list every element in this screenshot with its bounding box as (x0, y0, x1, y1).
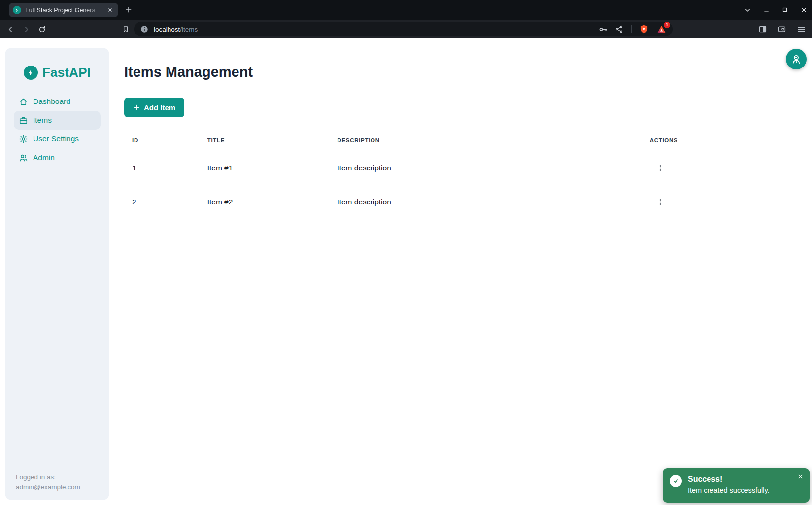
column-header-actions: ACTIONS (642, 130, 808, 151)
url-path: /items (180, 26, 198, 33)
column-header-title: TITLE (200, 130, 330, 151)
logged-in-email: admin@example.com (16, 482, 102, 492)
page-content: FastAPI Dashboard Items User Settings (0, 38, 812, 505)
sidebar-item-admin[interactable]: Admin (14, 148, 101, 167)
new-tab-button[interactable] (123, 4, 134, 15)
window-close-button[interactable] (798, 4, 809, 15)
toast-close-icon[interactable] (796, 472, 805, 481)
reload-button[interactable] (36, 23, 48, 35)
table-row: 1 Item #1 Item description (124, 151, 808, 185)
cell-description: Item description (329, 185, 642, 219)
sidebar-item-dashboard[interactable]: Dashboard (14, 92, 101, 111)
address-bar[interactable]: localhost/items 1 (134, 22, 673, 36)
sidebar-item-label: Dashboard (33, 97, 70, 106)
sidebar-item-label: Items (33, 116, 52, 125)
briefcase-icon (19, 116, 28, 125)
main-panel: Items Management Add Item ID TITLE DESCR… (124, 64, 808, 219)
fastapi-bolt-icon (24, 66, 38, 80)
row-actions-kebab-icon[interactable] (652, 160, 669, 176)
url-host: localhost (154, 26, 180, 33)
tab-close-icon[interactable] (105, 6, 114, 15)
tab-search-chevron-icon[interactable] (742, 4, 753, 15)
logo-text: FastAPI (42, 65, 91, 80)
browser-tab[interactable]: Full Stack Project Genera (9, 3, 118, 17)
sidebar-panel-icon[interactable] (757, 23, 769, 35)
sidebar-footer: Logged in as: admin@example.com (16, 472, 102, 492)
cell-description: Item description (329, 151, 642, 185)
user-avatar-button[interactable] (786, 49, 807, 69)
check-circle-icon (670, 475, 682, 487)
toast-title: Success! (688, 474, 770, 484)
row-actions-kebab-icon[interactable] (652, 194, 669, 210)
gear-icon (19, 135, 28, 144)
page-title: Items Management (124, 64, 808, 80)
logged-in-as-label: Logged in as: (16, 472, 102, 482)
table-row: 2 Item #2 Item description (124, 185, 808, 219)
column-header-description: DESCRIPTION (329, 130, 642, 151)
rewards-badge: 1 (664, 22, 670, 28)
menu-hamburger-icon[interactable] (795, 23, 807, 35)
site-info-icon[interactable] (140, 25, 149, 34)
cell-title: Item #1 (200, 151, 330, 185)
window-maximize-button[interactable] (779, 4, 790, 15)
sidebar-nav: Dashboard Items User Settings Admin (14, 92, 101, 167)
bookmark-icon[interactable] (120, 23, 132, 35)
sidebar-item-label: Admin (33, 153, 55, 162)
wallet-icon[interactable] (776, 23, 788, 35)
tab-title: Full Stack Project Genera (25, 7, 102, 14)
user-icon (790, 53, 802, 65)
browser-toolbar: localhost/items 1 (0, 20, 812, 38)
users-icon (19, 153, 28, 163)
sidebar-item-label: User Settings (33, 135, 79, 143)
cell-id: 2 (124, 185, 200, 219)
cell-id: 1 (124, 151, 200, 185)
share-icon[interactable] (615, 25, 624, 34)
back-button[interactable] (4, 23, 16, 35)
add-item-label: Add Item (144, 103, 175, 112)
column-header-id: ID (124, 130, 200, 151)
password-key-icon[interactable] (598, 25, 608, 34)
divider (631, 25, 632, 33)
table-header-row: ID TITLE DESCRIPTION ACTIONS (124, 130, 808, 151)
brave-shield-icon[interactable] (639, 24, 649, 34)
toast-message: Item created successfully. (688, 486, 770, 495)
forward-button[interactable] (20, 23, 32, 35)
success-toast: Success! Item created successfully. (663, 468, 810, 503)
cell-title: Item #2 (200, 185, 330, 219)
plus-icon (133, 104, 140, 111)
home-icon (19, 97, 28, 106)
window-controls (742, 0, 809, 20)
sidebar: FastAPI Dashboard Items User Settings (5, 48, 109, 500)
window-minimize-button[interactable] (761, 4, 772, 15)
sidebar-item-items[interactable]: Items (14, 111, 101, 130)
sidebar-item-user-settings[interactable]: User Settings (14, 130, 101, 148)
brave-rewards-icon[interactable]: 1 (656, 24, 667, 34)
browser-tab-bar: Full Stack Project Genera (0, 0, 812, 20)
toolbar-right (757, 23, 807, 35)
fastapi-favicon-icon (13, 6, 21, 14)
fastapi-logo: FastAPI (5, 48, 109, 80)
items-table: ID TITLE DESCRIPTION ACTIONS 1 Item #1 I… (124, 130, 808, 219)
add-item-button[interactable]: Add Item (124, 98, 184, 117)
